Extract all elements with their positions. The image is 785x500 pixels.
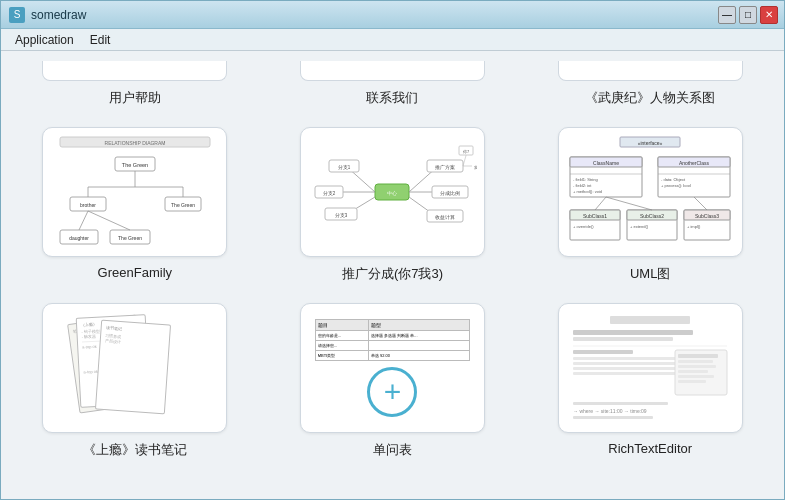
title-bar: S somedraw — □ ✕ [1,1,784,29]
svg-text:- field2: int: - field2: int [573,183,592,188]
green-family-diagram: RELATIONSHIP DIAGRAM The Green brother T… [50,132,220,252]
card-uml-label: UML图 [630,265,670,283]
card-promotion[interactable]: 中心 分支1 分支2 分支3 [274,127,512,283]
svg-text:中心: 中心 [387,190,397,196]
menu-edit[interactable]: Edit [82,31,119,49]
menu-bar: Application Edit [1,29,784,51]
svg-rect-88 [678,380,706,383]
svg-text:+ process(): bool: + process(): bool [661,183,691,188]
card-contact-us[interactable]: 联系我们 [274,61,512,107]
card-uml[interactable]: «interface» ClassName - field1: String -… [531,127,769,283]
svg-rect-85 [678,365,716,368]
svg-text:daughter: daughter [69,235,89,241]
card-green-family-thumb: RELATIONSHIP DIAGRAM The Green brother T… [42,127,227,257]
card-green-family-label: GreenFamily [98,265,172,280]
close-button[interactable]: ✕ [760,6,778,24]
svg-rect-74 [573,330,693,335]
svg-rect-75 [573,337,673,341]
menu-application[interactable]: Application [7,31,82,49]
promotion-mindmap: 中心 分支1 分支2 分支3 [307,132,477,252]
card-contact-us-thumb [300,61,485,81]
svg-text:- field1: String: - field1: String [573,177,598,182]
svg-rect-87 [678,375,714,378]
svg-line-70 [595,197,606,210]
svg-text:SubClass3: SubClass3 [695,213,719,219]
card-uml-thumb: «interface» ClassName - field1: String -… [558,127,743,257]
svg-text:RELATIONSHIP DIAGRAM: RELATIONSHIP DIAGRAM [104,140,165,146]
svg-text:+ method(): void: + method(): void [573,189,602,194]
svg-rect-91 [573,416,653,419]
svg-line-72 [694,197,707,210]
window-title: somedraw [31,8,86,22]
svg-text:- data: Object: - data: Object [661,177,686,182]
card-grid: RELATIONSHIP DIAGRAM The Green brother T… [16,127,769,459]
svg-text:The Green: The Green [171,202,195,208]
card-book-notes-label: 《上瘾》读书笔记 [83,441,187,459]
card-user-help-label: 用户帮助 [109,89,161,107]
svg-rect-83 [678,354,718,358]
rich-text-diagram: → where → site:11:00 → time:09 [565,308,735,428]
card-rich-text-thumb: → where → site:11:00 → time:09 [558,303,743,433]
main-window: S somedraw — □ ✕ Application Edit 用户帮助 联… [0,0,785,500]
mini-table-preview: 题目 题型 您的年龄是... 选择题 多选题 判断题 单... 请选择您... [315,319,471,361]
svg-text:收益计算: 收益计算 [435,214,455,220]
card-green-family[interactable]: RELATIONSHIP DIAGRAM The Green brother T… [16,127,254,283]
svg-text:The Green: The Green [122,162,148,168]
app-icon: S [9,7,25,23]
minimize-button[interactable]: — [718,6,736,24]
svg-text:The Green: The Green [118,235,142,241]
card-book-notes-thumb: 笔记内容 《上瘾》 - 钩子模型 - 触发器 a-top ok a-top ok [42,303,227,433]
svg-rect-86 [678,370,708,373]
card-rich-text-label: RichTextEditor [608,441,692,456]
svg-text:«interface»: «interface» [638,140,663,146]
card-wuchang[interactable]: 《武庚纪》人物关系图 [531,61,769,107]
svg-text:→ where → site:11:00 → time:09: → where → site:11:00 → time:09 [573,408,647,414]
content-area: 用户帮助 联系我们 《武庚纪》人物关系图 [1,51,784,499]
svg-rect-73 [610,316,690,324]
card-wuchang-thumb [558,61,743,81]
card-single-question-thumb: 题目 题型 您的年龄是... 选择题 多选题 判断题 单... 请选择您... [300,303,485,433]
svg-text:+ override(): + override() [573,224,594,229]
svg-line-17 [88,211,130,230]
svg-text:分支3: 分支3 [335,212,348,218]
svg-text:brother: brother [80,202,96,208]
svg-line-71 [606,197,652,210]
svg-text:分支2: 分支2 [323,190,336,196]
svg-text:+ extend(): + extend() [630,224,649,229]
maximize-button[interactable]: □ [739,6,757,24]
book-page-front: 读书笔记 习惯养成 产品设计 [95,320,171,415]
card-rich-text[interactable]: → where → site:11:00 → time:09 RichTextE… [531,303,769,459]
svg-text:推广方案: 推广方案 [435,164,455,170]
svg-text:你7: 你7 [462,149,470,154]
svg-rect-84 [678,360,713,363]
svg-text:ClassName: ClassName [593,160,619,166]
card-book-notes[interactable]: 笔记内容 《上瘾》 - 钩子模型 - 触发器 a-top ok a-top ok [16,303,254,459]
card-contact-us-label: 联系我们 [366,89,418,107]
svg-rect-77 [573,350,633,354]
single-question-content: 题目 题型 您的年龄是... 选择题 多选题 判断题 单... 请选择您... [301,304,484,432]
svg-text:SubClass1: SubClass1 [583,213,607,219]
window-controls: — □ ✕ [718,6,778,24]
uml-diagram: «interface» ClassName - field1: String -… [565,132,735,252]
svg-rect-89 [573,402,668,405]
add-item-button[interactable]: + [367,367,417,417]
card-single-question[interactable]: 题目 题型 您的年龄是... 选择题 多选题 判断题 单... 请选择您... [274,303,512,459]
card-user-help-thumb [42,61,227,81]
card-single-question-label: 单问表 [373,441,412,459]
main-scroll-area[interactable]: 用户帮助 联系我们 《武庚纪》人物关系图 [1,51,784,499]
svg-text:分成比例: 分成比例 [440,190,460,196]
svg-text:分支1: 分支1 [338,164,351,170]
card-user-help[interactable]: 用户帮助 [16,61,254,107]
svg-text:我3: 我3 [474,165,477,170]
svg-line-16 [79,211,88,230]
svg-text:+ impl(): + impl() [687,224,701,229]
svg-text:SubClass2: SubClass2 [640,213,664,219]
book-notes-visual: 笔记内容 《上瘾》 - 钩子模型 - 触发器 a-top ok a-top ok [43,304,226,432]
card-promotion-label: 推广分成(你7我3) [342,265,443,283]
card-wuchang-label: 《武庚纪》人物关系图 [585,89,715,107]
top-row: 用户帮助 联系我们 《武庚纪》人物关系图 [16,61,769,107]
svg-text:AnotherClass: AnotherClass [679,160,710,166]
card-promotion-thumb: 中心 分支1 分支2 分支3 [300,127,485,257]
